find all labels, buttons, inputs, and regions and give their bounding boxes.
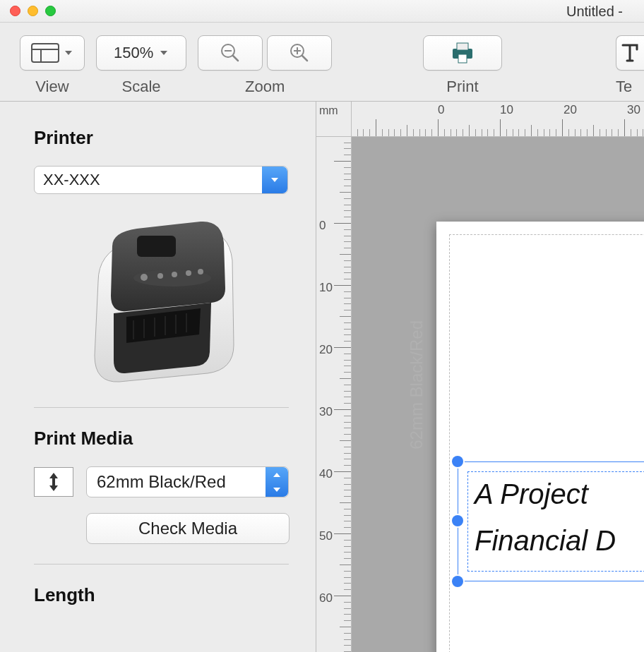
zoom-out-icon bbox=[219, 42, 242, 64]
text-icon bbox=[620, 41, 640, 65]
stepper-arrows-icon bbox=[266, 467, 288, 497]
svg-rect-12 bbox=[458, 54, 467, 63]
canvas-area[interactable]: mm 0 10 20 30 0 10 20 30 40 50 60 62mm B… bbox=[316, 102, 644, 652]
check-media-button[interactable]: Check Media bbox=[86, 513, 290, 544]
canvas-media-label: 62mm Black/Red bbox=[407, 320, 427, 449]
dropdown-arrow-icon bbox=[262, 167, 287, 193]
content-area: Printer XX-XXX bbox=[0, 102, 644, 652]
scale-label: Scale bbox=[122, 78, 161, 96]
minimize-window-button[interactable] bbox=[28, 6, 38, 16]
length-heading: Length bbox=[34, 584, 289, 606]
check-media-label: Check Media bbox=[138, 519, 237, 538]
ruler-h-tick-30: 30 bbox=[627, 103, 640, 117]
handle-bottom-left[interactable] bbox=[452, 576, 463, 587]
chevron-down-icon bbox=[159, 48, 169, 58]
scale-value: 150% bbox=[114, 44, 153, 62]
svg-point-16 bbox=[157, 273, 163, 279]
divider bbox=[34, 407, 289, 408]
ruler-v-tick-0: 0 bbox=[319, 219, 326, 233]
svg-line-4 bbox=[233, 56, 238, 61]
scale-button[interactable]: 150% bbox=[96, 35, 186, 71]
printer-select[interactable]: XX-XXX bbox=[34, 166, 288, 194]
svg-point-18 bbox=[186, 270, 191, 276]
svg-line-7 bbox=[302, 56, 307, 61]
ruler-v-tick-20: 20 bbox=[319, 343, 333, 357]
view-label: View bbox=[35, 78, 68, 96]
ruler-v-tick-50: 50 bbox=[319, 529, 333, 543]
scale-group: 150% Scale bbox=[96, 35, 186, 96]
text-line-2: Financial D bbox=[475, 525, 616, 557]
window-title: Untitled - bbox=[566, 0, 644, 23]
zoom-label: Zoom bbox=[245, 78, 285, 96]
zoom-group: Zoom bbox=[198, 35, 332, 96]
ruler-h-tick-20: 20 bbox=[564, 103, 577, 117]
svg-point-17 bbox=[172, 272, 177, 277]
handle-top-left[interactable] bbox=[452, 456, 463, 467]
printer-heading: Printer bbox=[34, 127, 289, 149]
print-label: Print bbox=[446, 78, 478, 96]
svg-point-19 bbox=[198, 269, 203, 274]
chevron-down-icon bbox=[64, 48, 73, 58]
ruler-unit-label: mm bbox=[316, 102, 352, 137]
paper-margin-guide bbox=[449, 234, 644, 652]
ruler-h-tick-10: 10 bbox=[500, 103, 513, 117]
ruler-v-tick-30: 30 bbox=[319, 405, 333, 419]
svg-rect-11 bbox=[457, 43, 468, 50]
media-select[interactable]: 62mm Black/Red bbox=[86, 466, 289, 497]
toolbar: View 150% Scale bbox=[0, 23, 644, 102]
svg-point-15 bbox=[141, 274, 148, 281]
vertical-ruler: 0 10 20 30 40 50 60 bbox=[316, 137, 352, 652]
titlebar: Untitled - bbox=[0, 0, 644, 23]
zoom-out-button[interactable] bbox=[198, 35, 263, 71]
orientation-toggle[interactable] bbox=[34, 467, 73, 497]
print-group: Print bbox=[423, 35, 502, 96]
svg-rect-0 bbox=[32, 44, 59, 62]
window-controls bbox=[10, 6, 56, 16]
svg-rect-13 bbox=[137, 236, 176, 257]
zoom-in-icon bbox=[288, 42, 311, 64]
ruler-v-tick-10: 10 bbox=[319, 281, 333, 295]
ruler-v-tick-60: 60 bbox=[319, 591, 333, 605]
layout-icon bbox=[31, 43, 59, 63]
printer-selected-value: XX-XXX bbox=[43, 171, 100, 189]
text-label: Te bbox=[616, 78, 632, 96]
text-line-1: A Project bbox=[475, 478, 588, 510]
text-group: Te bbox=[616, 35, 644, 96]
inspector-sidebar: Printer XX-XXX bbox=[0, 102, 316, 652]
printer-illustration bbox=[70, 211, 254, 387]
divider bbox=[34, 564, 289, 565]
ruler-v-tick-40: 40 bbox=[319, 467, 333, 481]
handle-mid-left[interactable] bbox=[452, 515, 463, 526]
media-selected-value: 62mm Black/Red bbox=[97, 472, 226, 492]
print-icon bbox=[450, 40, 475, 66]
vertical-arrows-icon bbox=[47, 471, 61, 493]
media-row: 62mm Black/Red bbox=[34, 466, 289, 497]
label-paper[interactable] bbox=[436, 222, 644, 652]
app-window: Untitled - View 150% bbox=[0, 0, 644, 652]
print-media-heading: Print Media bbox=[34, 428, 289, 449]
text-object[interactable]: A Project Financial D bbox=[458, 461, 644, 581]
close-window-button[interactable] bbox=[10, 6, 20, 16]
zoom-window-button[interactable] bbox=[45, 6, 56, 16]
view-group: View bbox=[20, 35, 85, 96]
ruler-h-tick-0: 0 bbox=[438, 103, 444, 117]
print-button[interactable] bbox=[423, 35, 502, 71]
horizontal-ruler: 0 10 20 30 bbox=[352, 102, 644, 137]
view-button[interactable] bbox=[20, 35, 85, 71]
text-tool-button[interactable] bbox=[616, 35, 644, 71]
zoom-in-button[interactable] bbox=[267, 35, 332, 71]
